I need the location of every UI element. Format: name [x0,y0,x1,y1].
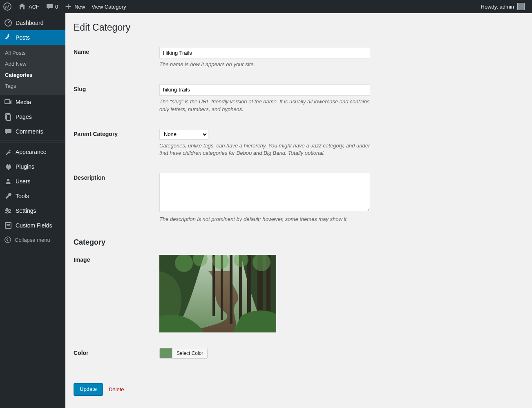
sidebar-item-label: Plugins [16,163,34,170]
sidebar: Dashboard Posts All Posts Add New Catego… [0,13,65,408]
svg-rect-2 [5,100,10,104]
sidebar-item-comments[interactable]: Comments [0,124,65,139]
name-desc: The name is how it appears on your site. [159,61,372,69]
svg-rect-4 [7,115,11,120]
submenu-item-all-posts[interactable]: All Posts [0,47,65,58]
submenu-item-tags[interactable]: Tags [0,80,65,91]
name-label: Name [74,47,159,55]
sidebar-item-appearance[interactable]: Appearance [0,145,65,159]
sidebar-item-label: Pages [16,114,32,120]
field-row-image: Image [74,249,524,342]
description-textarea[interactable] [159,173,370,212]
sidebar-item-settings[interactable]: Settings [0,203,65,218]
submenu-item-add-new[interactable]: Add New [0,58,65,69]
admin-bar: ACF 0 New View Category Howdy, admin [0,0,532,13]
sidebar-item-media[interactable]: Media [0,95,65,109]
wp-logo[interactable] [0,0,15,13]
field-row-name: Name The name is how it appears on your … [74,41,524,78]
sidebar-item-label: Comments [16,128,43,135]
new-button[interactable]: New [61,0,88,13]
svg-point-15 [5,237,11,243]
name-input[interactable] [159,47,370,58]
howdy-label: Howdy, admin [481,4,514,10]
sidebar-item-label: Users [16,178,31,185]
collapse-menu-label: Collapse menu [15,237,50,243]
sidebar-item-dashboard[interactable]: Dashboard [0,16,65,30]
color-swatch [160,348,172,358]
submenu-posts: All Posts Add New Categories Tags [0,45,65,95]
submenu-item-categories[interactable]: Categories [0,69,65,80]
content: Edit Category Name The name is how it ap… [65,13,532,408]
sidebar-item-label: Custom Fields [16,222,52,229]
sidebar-item-label: Dashboard [16,20,44,26]
svg-point-24 [175,255,193,272]
parent-label: Parent Category [74,129,159,137]
view-category-label: View Category [92,4,126,10]
avatar [517,3,525,10]
sidebar-item-label: Tools [16,193,29,199]
field-row-slug: Slug The “slug” is the URL-friendly vers… [74,78,524,123]
sidebar-item-label: Media [16,99,31,105]
sidebar-item-label: Settings [16,207,36,214]
comments-count: 0 [55,4,58,10]
sidebar-item-users[interactable]: Users [0,174,65,189]
color-label: Color [74,348,159,356]
select-color-button[interactable]: Select Color [172,348,207,359]
description-desc: The description is not prominent by defa… [159,216,372,223]
site-home[interactable]: ACF [15,0,42,13]
color-picker[interactable]: Select Color [159,348,208,359]
slug-desc: The “slug” is the URL-friendly version o… [159,98,372,114]
field-row-color: Color Select Color [74,342,524,369]
svg-rect-14 [7,225,10,226]
slug-input[interactable] [159,84,370,96]
forest-illustration-icon [159,255,276,332]
sidebar-item-plugins[interactable]: Plugins [0,159,65,174]
sidebar-item-posts[interactable]: Posts [0,30,65,45]
new-label: New [74,4,85,10]
view-category-link[interactable]: View Category [88,0,129,13]
page-title: Edit Category [74,22,524,33]
update-button[interactable]: Update [74,383,103,395]
image-label: Image [74,255,159,263]
parent-desc: Categories, unlike tags, can have a hier… [159,142,372,158]
image-preview[interactable] [159,255,276,332]
svg-rect-19 [230,255,232,324]
svg-point-11 [7,212,8,213]
svg-point-5 [7,179,9,181]
acf-section-heading: Category [74,238,524,247]
collapse-menu[interactable]: Collapse menu [0,233,65,247]
sidebar-item-label: Appearance [16,149,47,155]
form-actions: Update Delete [74,383,524,395]
svg-point-9 [6,208,8,210]
sidebar-item-custom-fields[interactable]: Custom Fields [0,218,65,233]
howdy-account[interactable]: Howdy, admin [478,0,528,13]
site-name-label: ACF [29,4,39,10]
field-row-description: Description The description is not promi… [74,167,524,233]
description-label: Description [74,173,159,181]
svg-point-10 [9,210,10,212]
comments-bubble[interactable]: 0 [42,0,61,13]
sidebar-item-tools[interactable]: Tools [0,189,65,203]
sidebar-item-label: Posts [16,34,30,41]
sidebar-item-pages[interactable]: Pages [0,109,65,124]
parent-select[interactable]: None [159,129,208,140]
slug-label: Slug [74,84,159,92]
svg-rect-13 [7,224,10,225]
delete-link[interactable]: Delete [109,386,124,392]
field-row-parent: Parent Category None Categories, unlike … [74,123,524,167]
